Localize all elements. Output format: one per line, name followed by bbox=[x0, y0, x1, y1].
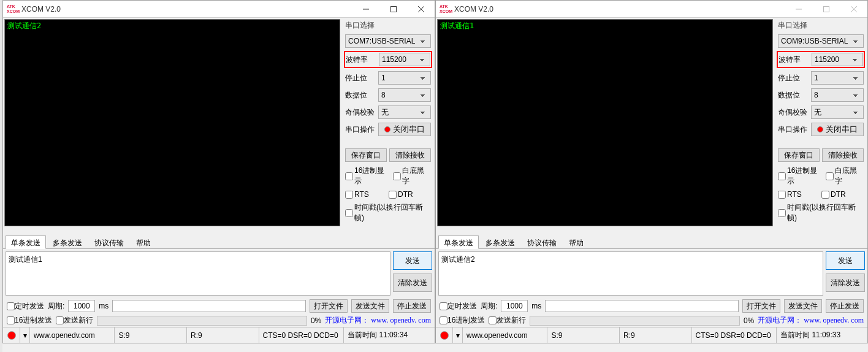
close-button[interactable] bbox=[407, 1, 435, 18]
minimize-button[interactable] bbox=[785, 1, 812, 18]
save-window-button[interactable]: 保存窗口 bbox=[345, 148, 387, 162]
hex-display-checkbox[interactable]: 16进制显示 bbox=[778, 166, 824, 186]
rts-checkbox[interactable]: RTS bbox=[345, 190, 387, 199]
period-input[interactable] bbox=[501, 300, 528, 312]
baud-select[interactable]: 115200 bbox=[812, 53, 863, 66]
white-bg-checkbox[interactable]: 白底黑字 bbox=[826, 166, 864, 186]
titlebar: ATKXCOM XCOM V2.0 bbox=[436, 1, 867, 18]
statusbar: ▾ www.openedv.com S:9 R:9 CTS=0 DSR=0 DC… bbox=[436, 327, 867, 343]
close-port-button[interactable]: 关闭串口 bbox=[811, 123, 864, 136]
databit-select[interactable]: 8 bbox=[811, 88, 864, 102]
timestamp-checkbox[interactable]: 时间戳(以换行回车断帧) bbox=[778, 202, 864, 223]
minimize-button[interactable] bbox=[352, 1, 379, 18]
clear-send-button[interactable]: 清除发送 bbox=[393, 274, 432, 292]
stop-send-button[interactable]: 停止发送 bbox=[826, 299, 864, 313]
timed-send-checkbox[interactable]: 定时发送 bbox=[440, 301, 477, 312]
open-file-button[interactable]: 打开文件 bbox=[310, 299, 348, 313]
period-label: 周期: bbox=[481, 301, 497, 312]
period-unit: ms bbox=[99, 302, 108, 310]
status-dot-icon bbox=[7, 331, 16, 340]
send-file-button[interactable]: 发送文件 bbox=[351, 299, 389, 313]
port-section-label: 串口选择 bbox=[345, 20, 431, 31]
website-link[interactable]: 开源电子网： www. openedv. com bbox=[325, 315, 431, 326]
file-path-input[interactable] bbox=[545, 300, 739, 312]
period-input[interactable] bbox=[68, 300, 95, 312]
file-path-input[interactable] bbox=[112, 300, 306, 312]
send-file-button[interactable]: 发送文件 bbox=[784, 299, 822, 313]
hex-send-checkbox[interactable]: 16进制发送 bbox=[440, 315, 485, 326]
parity-label: 奇偶校验 bbox=[345, 107, 375, 118]
xcom-window-1: ATKXCOM XCOM V2.0 测试通信2 串口选择 COM7:USB-SE… bbox=[2, 0, 435, 343]
tab-multi-send[interactable]: 多条发送 bbox=[480, 235, 520, 248]
parity-select[interactable]: 无 bbox=[378, 105, 431, 119]
save-window-button[interactable]: 保存窗口 bbox=[778, 148, 820, 162]
timestamp-checkbox[interactable]: 时间戳(以换行回车断帧) bbox=[345, 202, 431, 223]
port-device-select[interactable]: COM7:USB-SERIAL bbox=[345, 34, 431, 48]
send-newline-checkbox[interactable]: 发送新行 bbox=[489, 315, 526, 326]
status-url: www.openedv.com bbox=[30, 327, 115, 343]
tab-multi-send[interactable]: 多条发送 bbox=[47, 235, 88, 248]
portop-label: 串口操作 bbox=[778, 124, 807, 135]
tab-protocol[interactable]: 协议传输 bbox=[89, 235, 129, 248]
close-port-button[interactable]: 关闭串口 bbox=[378, 123, 431, 136]
titlebar: ATKXCOM XCOM V2.0 bbox=[3, 1, 435, 18]
hex-send-checkbox[interactable]: 16进制发送 bbox=[7, 315, 52, 326]
send-button[interactable]: 发送 bbox=[393, 251, 432, 270]
send-textarea[interactable] bbox=[438, 251, 823, 296]
parity-select[interactable]: 无 bbox=[811, 105, 864, 119]
status-dropdown-icon[interactable]: ▾ bbox=[20, 327, 30, 343]
clear-recv-button[interactable]: 清除接收 bbox=[389, 148, 431, 162]
databit-label: 数据位 bbox=[345, 90, 375, 101]
stop-send-button[interactable]: 停止发送 bbox=[393, 299, 431, 313]
baud-label: 波特率 bbox=[346, 55, 375, 65]
settings-panel: 串口选择 COM7:USB-SERIAL 波特率 115200 停止位 1 数据… bbox=[341, 18, 435, 235]
window-title: XCOM V2.0 bbox=[21, 5, 61, 13]
tab-help[interactable]: 帮助 bbox=[131, 235, 156, 248]
parity-label: 奇偶校验 bbox=[778, 107, 807, 118]
databit-select[interactable]: 8 bbox=[378, 88, 431, 102]
window-title: XCOM V2.0 bbox=[454, 5, 493, 13]
baud-label: 波特率 bbox=[779, 55, 808, 65]
terminal-output[interactable]: 测试通信2 bbox=[4, 19, 340, 226]
dtr-checkbox[interactable]: DTR bbox=[389, 190, 431, 199]
stopbit-select[interactable]: 1 bbox=[378, 71, 431, 85]
port-device-select[interactable]: COM9:USB-SERIAL bbox=[778, 34, 864, 48]
baud-select[interactable]: 115200 bbox=[379, 53, 430, 66]
progress-bar bbox=[530, 316, 740, 326]
open-file-button[interactable]: 打开文件 bbox=[742, 299, 780, 313]
dtr-checkbox[interactable]: DTR bbox=[821, 190, 864, 199]
maximize-button[interactable] bbox=[812, 1, 840, 18]
record-icon bbox=[817, 126, 823, 132]
tabstrip: 单条发送 多条发送 协议传输 帮助 bbox=[3, 235, 435, 249]
hex-display-checkbox[interactable]: 16进制显示 bbox=[345, 166, 392, 186]
rts-checkbox[interactable]: RTS bbox=[778, 190, 820, 199]
tab-single-send[interactable]: 单条发送 bbox=[6, 235, 46, 249]
stopbit-select[interactable]: 1 bbox=[811, 71, 864, 85]
stopbit-label: 停止位 bbox=[778, 73, 807, 83]
status-time: 当前时间 11:09:33 bbox=[777, 327, 867, 343]
port-section-label: 串口选择 bbox=[778, 20, 864, 31]
status-dropdown-icon[interactable]: ▾ bbox=[453, 327, 463, 343]
period-label: 周期: bbox=[48, 301, 64, 312]
send-newline-checkbox[interactable]: 发送新行 bbox=[56, 315, 93, 326]
tab-single-send[interactable]: 单条发送 bbox=[438, 235, 479, 249]
maximize-button[interactable] bbox=[379, 1, 407, 18]
website-link[interactable]: 开源电子网： www. openedv. com bbox=[758, 315, 864, 326]
tab-protocol[interactable]: 协议传输 bbox=[522, 235, 562, 248]
timed-send-checkbox[interactable]: 定时发送 bbox=[7, 301, 44, 312]
clear-recv-button[interactable]: 清除接收 bbox=[822, 148, 864, 162]
status-url: www.openedv.com bbox=[463, 327, 547, 343]
white-bg-checkbox[interactable]: 白底黑字 bbox=[393, 166, 431, 186]
close-button[interactable] bbox=[840, 1, 867, 18]
stopbit-label: 停止位 bbox=[345, 73, 375, 83]
statusbar: ▾ www.openedv.com S:9 R:9 CTS=0 DSR=0 DC… bbox=[3, 327, 435, 343]
clear-send-button[interactable]: 清除发送 bbox=[826, 274, 865, 292]
progress-pct: 0% bbox=[744, 316, 754, 325]
svg-rect-5 bbox=[823, 6, 829, 12]
tabstrip: 单条发送 多条发送 协议传输 帮助 bbox=[436, 235, 867, 249]
app-logo-icon: ATKXCOM bbox=[440, 4, 451, 14]
terminal-output[interactable]: 测试通信1 bbox=[437, 19, 773, 226]
send-textarea[interactable] bbox=[6, 251, 390, 296]
tab-help[interactable]: 帮助 bbox=[563, 235, 589, 248]
send-button[interactable]: 发送 bbox=[826, 251, 865, 270]
